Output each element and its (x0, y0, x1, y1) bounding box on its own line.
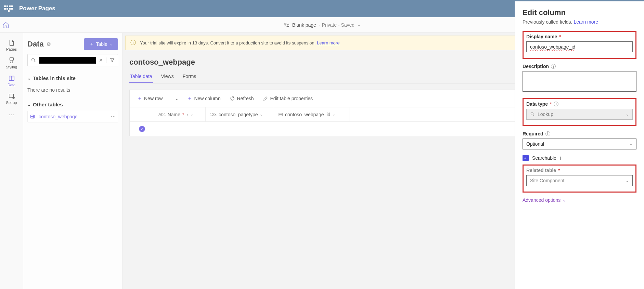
display-name-input[interactable]: contoso_webpage_id (526, 41, 633, 52)
page-icon (0, 39, 23, 47)
description-input[interactable] (523, 71, 636, 92)
rail-item-pages[interactable]: Pages (0, 36, 23, 54)
home-icon[interactable] (0, 22, 12, 28)
tab-views[interactable]: Views (160, 70, 175, 83)
required-asterisk: * (550, 101, 552, 107)
row-more-icon[interactable]: ⋯ (111, 114, 116, 119)
column-label: Name (168, 112, 180, 117)
info-icon[interactable]: i (554, 102, 558, 106)
select-value: Site Component (530, 178, 564, 183)
button-label: New row (144, 96, 163, 101)
tab-table-data[interactable]: Table data (129, 70, 153, 83)
chevron-down-icon: ⌄ (626, 178, 629, 183)
search-input[interactable] (39, 57, 96, 64)
table-row[interactable]: contoso_webpage ⋯ (27, 111, 118, 122)
rail-more-icon[interactable]: ⋯ (9, 107, 15, 122)
highlight-display-name: Display name * contoso_webpage_id (523, 31, 636, 59)
highlight-data-type: Data type * i Lookup ⌄ (523, 98, 636, 126)
rail-item-setup[interactable]: Set up (0, 90, 23, 107)
svg-rect-8 (279, 113, 283, 116)
sort-up-icon: ↑ (186, 113, 189, 117)
filter-icon[interactable] (106, 57, 118, 63)
required-asterisk: * (559, 34, 561, 39)
setup-icon (0, 92, 23, 100)
checkbox-checked-icon[interactable]: ✓ (523, 155, 529, 161)
search-icon (530, 112, 535, 117)
column-label: contoso_pagetype (219, 112, 258, 117)
related-table-select[interactable]: Site Component ⌄ (526, 175, 633, 186)
column-name[interactable]: Abc Name * ↑ ⌄ (154, 107, 206, 121)
new-table-button[interactable]: ＋ Table ⌄ (84, 38, 118, 50)
chevron-down-icon: ⌄ (626, 112, 629, 117)
data-type-select: Lookup ⌄ (526, 109, 633, 120)
column-select[interactable] (130, 107, 154, 121)
checkbox-label: Searchable (532, 155, 556, 161)
field-label: Data type (526, 101, 548, 107)
new-column-button[interactable]: ＋ New column (184, 93, 224, 104)
info-icon[interactable]: i (551, 64, 556, 69)
app-launcher-icon[interactable] (4, 4, 13, 13)
plus-icon: ＋ (137, 95, 142, 102)
rail-item-data[interactable]: Data (0, 72, 23, 90)
highlight-related-table: Related table * Site Component ⌄ (523, 165, 636, 193)
field-label: Display name (526, 34, 557, 39)
info-icon: ⓘ (130, 39, 136, 47)
search-box[interactable]: ✕ (27, 54, 118, 66)
edit-properties-button[interactable]: Edit table properties (259, 94, 317, 103)
panel-subtitle: Previously called fields. Learn more (523, 19, 636, 25)
svg-point-0 (285, 23, 286, 25)
advanced-options-toggle[interactable]: Advanced options ⌄ (523, 197, 636, 203)
column-pagetype[interactable]: 123 contoso_pagetype ⌄ (206, 107, 274, 121)
group-label: Tables in this site (33, 75, 76, 81)
info-icon[interactable]: i (545, 131, 550, 136)
lookup-type-icon (278, 112, 283, 117)
page-state: - Private - Saved (319, 22, 355, 28)
searchable-row[interactable]: ✓ Searchable i (523, 155, 636, 161)
people-lock-icon (283, 22, 289, 28)
column-label: contoso_webpage_id (285, 112, 330, 117)
learn-more-link[interactable]: Learn more (574, 19, 598, 25)
brush-icon (0, 57, 23, 64)
gear-icon[interactable]: ⚙ (47, 41, 51, 47)
rail-label: Pages (6, 47, 17, 51)
chevron-down-icon: ⌄ (260, 112, 263, 117)
plus-icon: ＋ (187, 95, 192, 102)
tab-forms[interactable]: Forms (182, 70, 197, 83)
clear-icon[interactable]: ✕ (96, 57, 106, 63)
chevron-down-icon: ⌄ (27, 76, 31, 81)
page-name: Blank page (292, 22, 316, 28)
group-tables-in-site[interactable]: ⌄ Tables in this site (27, 72, 118, 84)
new-row-chevron[interactable]: ⌄ (172, 94, 182, 103)
group-other-tables[interactable]: ⌄ Other tables (27, 98, 118, 111)
svg-rect-1 (287, 25, 289, 27)
rail-item-styling[interactable]: Styling (0, 54, 23, 72)
refresh-icon (230, 96, 235, 101)
text-type-icon: Abc (158, 112, 166, 117)
empty-results-text: There are no results (27, 84, 118, 98)
banner-text: Your trial site will expire in 13 days. … (140, 40, 315, 45)
check-icon: ✓ (139, 126, 145, 132)
required-asterisk: * (558, 168, 560, 173)
panel-title: Edit column (523, 8, 636, 17)
chevron-down-icon: ⌄ (110, 42, 113, 47)
select-value: Optional (526, 141, 544, 147)
edit-column-panel: Edit column Previously called fields. Le… (515, 1, 644, 289)
field-label: Required (523, 131, 543, 136)
chevron-down-icon: ⌄ (175, 96, 178, 101)
button-label: Edit table properties (270, 96, 313, 101)
chevron-down-icon: ⌄ (27, 102, 31, 107)
chevron-down-icon: ⌄ (332, 112, 335, 117)
required-select[interactable]: Optional ⌄ (523, 139, 636, 149)
required-asterisk: * (182, 112, 184, 117)
table-icon (0, 75, 23, 82)
banner-learn-more-link[interactable]: Learn more (317, 40, 339, 45)
row-check[interactable]: ✓ (130, 126, 154, 132)
svg-rect-7 (31, 115, 35, 118)
rail-label: Data (8, 83, 15, 87)
column-webpage-id[interactable]: contoso_webpage_id ⌄ (274, 107, 349, 121)
info-icon[interactable]: i (560, 155, 561, 161)
refresh-button[interactable]: Refresh (226, 94, 257, 103)
number-type-icon: 123 (210, 112, 217, 117)
panel-title: Data (27, 40, 44, 49)
new-row-button[interactable]: ＋ New row (134, 93, 166, 104)
